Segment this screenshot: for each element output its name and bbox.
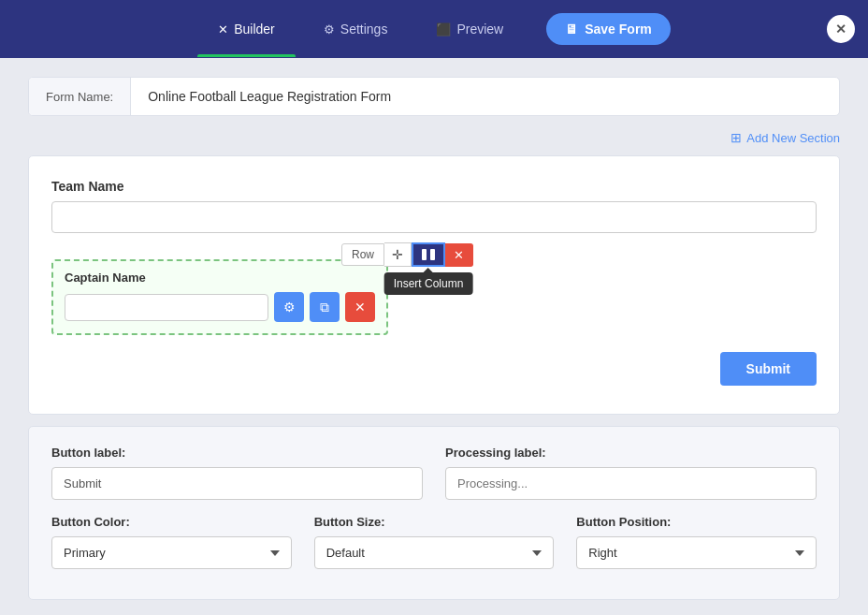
form-name-bar: Form Name: Online Football League Regist… [28, 77, 840, 116]
tab-settings[interactable]: ⚙ Settings [303, 14, 409, 44]
button-size-select[interactable]: Default Small Large [314, 536, 555, 569]
captain-input-row: ⚙ ⧉ ✕ [65, 292, 375, 322]
preview-icon: ⬛ [436, 22, 451, 37]
save-icon: 🖥 [565, 22, 578, 37]
top-nav: ✕ Builder ⚙ Settings ⬛ Preview 🖥 Save Fo… [0, 0, 868, 58]
button-color-label: Button Color: [51, 515, 292, 529]
field-settings-button[interactable]: ⚙ [274, 292, 304, 322]
bottom-panel: Button label: Processing label: Button C… [28, 426, 840, 600]
bottom-panel-row-2: Button Color: Primary Secondary Success … [51, 515, 817, 569]
processing-label-group: Processing label: [445, 446, 817, 500]
row-delete-button[interactable]: ✕ [445, 243, 473, 267]
row-toolbar: Row ✛ Insert Column ✕ [341, 242, 473, 267]
close-button[interactable]: ✕ [827, 15, 855, 43]
insert-column-tooltip: Insert Column [384, 272, 473, 295]
add-section-bar: ⊞ Add New Section [28, 124, 840, 152]
form-name-value: Online Football League Registration Form [131, 78, 408, 115]
button-size-select-wrapper: Default Small Large [314, 536, 555, 569]
settings-icon: ⚙ [324, 22, 335, 37]
form-name-label: Form Name: [29, 78, 131, 115]
button-position-group: Button Position: Right Left Center [576, 515, 817, 569]
button-color-select-wrapper: Primary Secondary Success Danger [51, 536, 292, 569]
button-size-label: Button Size: [314, 515, 555, 529]
submit-row: Submit [51, 352, 817, 386]
field-copy-button[interactable]: ⧉ [310, 292, 340, 322]
save-form-button[interactable]: 🖥 Save Form [546, 13, 671, 45]
row-label: Row [341, 243, 384, 266]
captain-name-input[interactable] [65, 294, 268, 321]
form-section: Team Name Row ✛ Insert Column ✕ [28, 155, 840, 415]
captain-row-container: Row ✛ Insert Column ✕ Captain Name [51, 259, 817, 335]
button-size-group: Button Size: Default Small Large [314, 515, 555, 569]
bottom-panel-row-1: Button label: Processing label: [51, 446, 817, 500]
button-position-select-wrapper: Right Left Center [576, 536, 817, 569]
button-position-label: Button Position: [576, 515, 817, 529]
processing-label-label: Processing label: [445, 446, 817, 460]
button-label-label: Button label: [51, 446, 423, 460]
row-move-button[interactable]: ✛ [384, 242, 412, 267]
button-label-input[interactable] [51, 467, 423, 500]
svg-rect-0 [422, 249, 427, 260]
add-section-icon: ⊞ [731, 130, 742, 145]
team-name-input[interactable] [51, 201, 817, 233]
builder-icon: ✕ [218, 22, 228, 37]
main-content: Form Name: Online Football League Regist… [0, 58, 868, 615]
submit-button[interactable]: Submit [720, 352, 817, 386]
add-new-section-button[interactable]: ⊞ Add New Section [731, 130, 840, 145]
captain-name-label: Captain Name [65, 271, 375, 285]
button-label-group: Button label: [51, 446, 423, 500]
insert-column-icon [421, 248, 436, 261]
processing-label-input[interactable] [445, 467, 817, 500]
button-position-select[interactable]: Right Left Center [576, 536, 817, 569]
row-insert-column-button[interactable]: Insert Column [412, 242, 445, 267]
tab-builder[interactable]: ✕ Builder [197, 14, 296, 44]
field-delete-button[interactable]: ✕ [345, 292, 375, 322]
button-color-select[interactable]: Primary Secondary Success Danger [51, 536, 292, 569]
button-color-group: Button Color: Primary Secondary Success … [51, 515, 292, 569]
captain-field-box: Captain Name ⚙ ⧉ ✕ [51, 259, 388, 335]
team-name-label: Team Name [51, 179, 817, 194]
tab-preview[interactable]: ⬛ Preview [415, 14, 524, 44]
svg-rect-1 [430, 249, 435, 260]
